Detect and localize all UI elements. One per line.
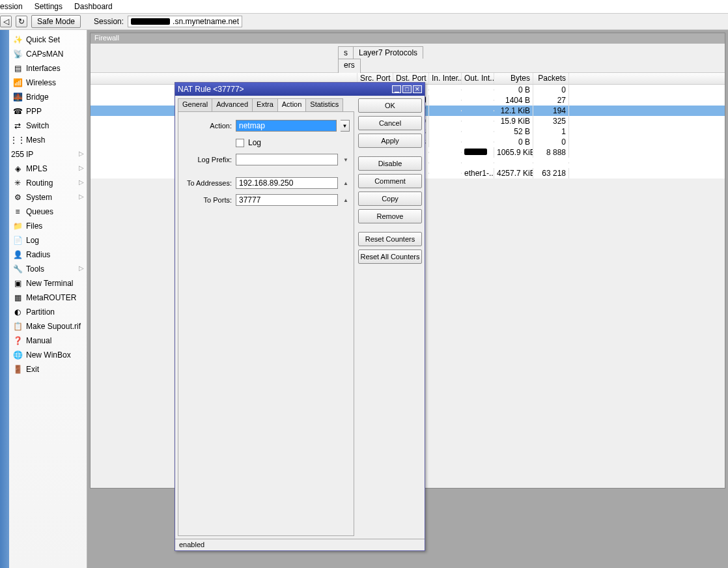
sidebar-item-mesh[interactable]: ⋮⋮Mesh bbox=[9, 133, 87, 147]
maximize-icon[interactable]: □ bbox=[402, 85, 412, 93]
dialog-tab-statistics[interactable]: Statistics bbox=[305, 98, 343, 111]
sidebar-item-label: New WinBox bbox=[26, 350, 71, 360]
tab-ers[interactable]: ers bbox=[338, 59, 361, 73]
sidebar-item-make-supout-rif[interactable]: 📋Make Supout.rif bbox=[9, 319, 87, 334]
ip-icon: 255 bbox=[13, 150, 22, 159]
interfaces-icon: ▤ bbox=[13, 64, 22, 73]
toports-label: To Ports: bbox=[182, 196, 232, 204]
dialog-tab-advanced[interactable]: Advanced bbox=[212, 98, 253, 111]
sidebar-item-queues[interactable]: ≡Queues bbox=[9, 205, 87, 219]
reset-all-counters-button[interactable]: Reset All Counters bbox=[358, 249, 422, 264]
queues-icon: ≡ bbox=[13, 207, 22, 216]
apply-button[interactable]: Apply bbox=[358, 134, 422, 148]
sidebar-item-label: Interfaces bbox=[26, 64, 61, 73]
firewall-tabs-top: s Layer7 Protocols bbox=[91, 44, 725, 58]
menu-dashboard[interactable]: Dashboard bbox=[74, 2, 113, 11]
minimize-icon[interactable]: ▁ bbox=[392, 85, 401, 93]
back-icon[interactable]: ◁ bbox=[0, 16, 12, 27]
close-icon[interactable]: ✕ bbox=[413, 85, 422, 93]
sidebar-item-system[interactable]: ⚙System▷ bbox=[9, 190, 87, 205]
sidebar-item-exit[interactable]: 🚪Exit bbox=[9, 362, 87, 376]
sidebar-item-capsman[interactable]: 📡CAPsMAN bbox=[9, 47, 87, 61]
toaddr-input[interactable]: 192.168.89.250 bbox=[236, 177, 338, 189]
files-icon: 📁 bbox=[13, 221, 22, 231]
sidebar-item-label: Quick Set bbox=[26, 35, 60, 44]
ok-button[interactable]: OK bbox=[358, 98, 422, 113]
wifi-icon: 📶 bbox=[13, 78, 22, 87]
sidebar-item-label: Switch bbox=[26, 121, 49, 130]
sidebar-item-wireless[interactable]: 📶Wireless bbox=[9, 76, 87, 90]
sidebar-item-label: Files bbox=[26, 221, 42, 231]
sidebar-item-label: IP bbox=[26, 150, 33, 159]
manual-icon: ❓ bbox=[13, 336, 22, 345]
sidebar-item-label: MetaROUTER bbox=[26, 293, 76, 302]
wand-icon: ✨ bbox=[13, 35, 22, 44]
firewall-tabs-bottom: ers bbox=[91, 58, 725, 72]
sidebar: ✨Quick Set📡CAPsMAN▤Interfaces📶Wireless🌉B… bbox=[9, 30, 87, 568]
dialog-tab-action[interactable]: Action bbox=[277, 98, 307, 111]
sidebar-item-radius[interactable]: 👤Radius bbox=[9, 248, 87, 262]
chevron-up-icon[interactable]: ▲ bbox=[342, 197, 350, 203]
menu-settings[interactable]: Settings bbox=[35, 2, 63, 11]
safe-mode-button[interactable]: Safe Mode bbox=[31, 15, 81, 28]
sidebar-item-label: CAPsMAN bbox=[26, 50, 63, 59]
tools-icon: 🔧 bbox=[13, 264, 22, 274]
action-label: Action: bbox=[182, 122, 232, 130]
action-select[interactable]: netmap bbox=[236, 120, 337, 132]
action-dropdown-icon[interactable]: ▼ bbox=[341, 120, 350, 132]
log-checkbox[interactable] bbox=[236, 139, 244, 147]
chevron-up-icon[interactable]: ▲ bbox=[342, 180, 350, 186]
sidebar-item-ip[interactable]: 255IP▷ bbox=[9, 147, 87, 162]
sidebar-item-new-winbox[interactable]: 🌐New WinBox bbox=[9, 348, 87, 362]
col-outint[interactable]: Out. Int... bbox=[462, 73, 494, 84]
remove-button[interactable]: Remove bbox=[358, 209, 422, 223]
dialog-titlebar[interactable]: NAT Rule <37777> ▁ □ ✕ bbox=[175, 83, 425, 96]
col-bytes[interactable]: Bytes bbox=[494, 73, 533, 84]
toaddr-label: To Addresses: bbox=[182, 179, 232, 187]
reset-counters-button[interactable]: Reset Counters bbox=[358, 232, 422, 246]
sidebar-item-label: Tools bbox=[26, 264, 44, 274]
sidebar-item-new-terminal[interactable]: ▣New Terminal bbox=[9, 276, 87, 291]
comment-button[interactable]: Comment bbox=[358, 174, 422, 188]
left-gutter: nBox bbox=[0, 30, 9, 568]
session-label: Session: bbox=[94, 17, 124, 26]
redo-icon[interactable]: ↻ bbox=[16, 16, 27, 27]
sidebar-item-interfaces[interactable]: ▤Interfaces bbox=[9, 61, 87, 76]
toports-input[interactable]: 37777 bbox=[236, 194, 338, 206]
sidebar-item-mpls[interactable]: ◈MPLS▷ bbox=[9, 162, 87, 176]
disable-button[interactable]: Disable bbox=[358, 156, 422, 171]
supout-icon: 📋 bbox=[13, 322, 22, 331]
exit-icon: 🚪 bbox=[13, 365, 22, 374]
sidebar-item-label: Routing bbox=[26, 178, 53, 188]
radius-icon: 👤 bbox=[13, 250, 22, 259]
submenu-icon: ▷ bbox=[79, 264, 84, 272]
sidebar-item-label: New Terminal bbox=[26, 279, 73, 288]
copy-button[interactable]: Copy bbox=[358, 192, 422, 206]
sidebar-item-switch[interactable]: ⇄Switch bbox=[9, 119, 87, 133]
tab-partial[interactable]: s bbox=[338, 46, 354, 59]
col-ininter[interactable]: In. Inter... bbox=[429, 73, 462, 84]
tab-layer7[interactable]: Layer7 Protocols bbox=[353, 46, 423, 59]
submenu-icon: ▷ bbox=[79, 150, 84, 157]
menu-session[interactable]: ession bbox=[0, 2, 23, 11]
sidebar-item-tools[interactable]: 🔧Tools▷ bbox=[9, 262, 87, 276]
sidebar-item-bridge[interactable]: 🌉Bridge bbox=[9, 90, 87, 104]
chevron-down-icon[interactable]: ▼ bbox=[342, 157, 350, 163]
sidebar-item-label: Partition bbox=[26, 307, 55, 317]
sidebar-item-manual[interactable]: ❓Manual bbox=[9, 334, 87, 348]
sidebar-item-log[interactable]: 📄Log bbox=[9, 233, 87, 248]
sidebar-item-metarouter[interactable]: ▦MetaROUTER bbox=[9, 291, 87, 305]
sidebar-item-label: Radius bbox=[26, 250, 50, 259]
dialog-tab-extra[interactable]: Extra bbox=[252, 98, 278, 111]
sidebar-item-ppp[interactable]: ☎PPP bbox=[9, 104, 87, 119]
sidebar-item-quick-set[interactable]: ✨Quick Set bbox=[9, 33, 87, 47]
logprefix-input[interactable] bbox=[236, 154, 338, 165]
sidebar-item-partition[interactable]: ◐Partition bbox=[9, 305, 87, 319]
cancel-button[interactable]: Cancel bbox=[358, 116, 422, 130]
antenna-icon: 📡 bbox=[13, 50, 22, 59]
dialog-tab-general[interactable]: General bbox=[178, 98, 212, 111]
sidebar-item-routing[interactable]: ✳Routing▷ bbox=[9, 176, 87, 190]
col-packets[interactable]: Packets bbox=[533, 73, 569, 84]
sidebar-item-files[interactable]: 📁Files bbox=[9, 219, 87, 233]
firewall-title: Firewall bbox=[91, 33, 725, 44]
